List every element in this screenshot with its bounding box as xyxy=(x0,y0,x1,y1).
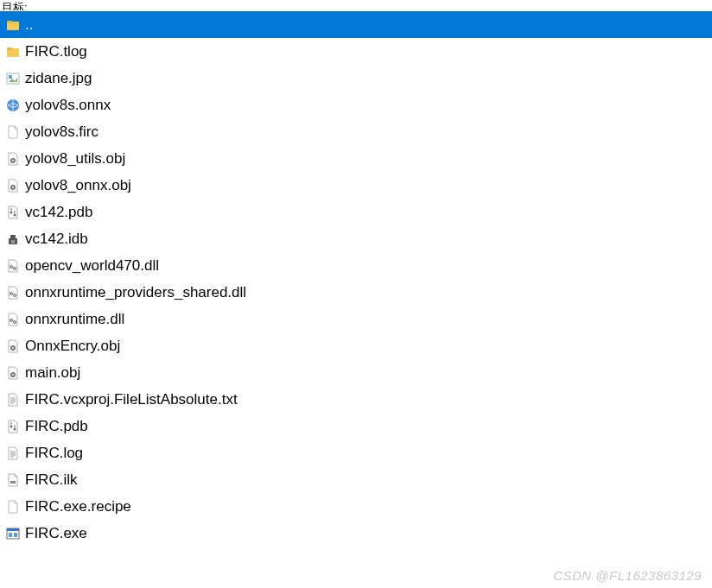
file-row[interactable]: main.obj xyxy=(0,359,712,386)
file-name: yolov8s.firc xyxy=(25,124,99,139)
file-name: OnnxEncry.obj xyxy=(25,338,120,353)
file-row[interactable]: FIRC.exe xyxy=(0,520,712,547)
dll-file-icon xyxy=(5,285,21,300)
file-name: zidane.jpg xyxy=(25,71,92,85)
file-row[interactable]: .. xyxy=(0,11,712,38)
txt-file-icon xyxy=(5,446,21,461)
blank-file-icon xyxy=(5,124,21,140)
file-row[interactable]: FIRC.log xyxy=(0,439,712,466)
file-row[interactable]: FIRC.vcxproj.FileListAbsolute.txt xyxy=(0,386,712,413)
file-row[interactable]: onnxruntime_providers_shared.dll xyxy=(0,279,712,306)
file-name: FIRC.log xyxy=(25,446,83,460)
header-label: 目标: xyxy=(0,0,712,10)
obj-file-icon xyxy=(5,151,21,167)
file-row[interactable]: zidane.jpg xyxy=(0,65,712,92)
pdb-file-icon xyxy=(5,419,21,434)
file-name: FIRC.ilk xyxy=(25,472,77,487)
file-name: onnxruntime_providers_shared.dll xyxy=(25,285,246,300)
file-row[interactable]: vc142.pdb xyxy=(0,199,712,225)
idb-file-icon xyxy=(5,231,21,247)
file-name: yolov8s.onnx xyxy=(25,98,111,112)
folder-up-icon xyxy=(5,17,21,33)
file-row[interactable]: opencv_world470.dll xyxy=(0,252,712,279)
file-name: FIRC.tlog xyxy=(25,44,87,59)
file-name: yolov8_utils.obj xyxy=(25,151,125,166)
file-row[interactable]: yolov8_onnx.obj xyxy=(0,172,712,199)
file-row[interactable]: vc142.idb xyxy=(0,225,712,252)
obj-file-icon xyxy=(5,365,21,381)
file-name: FIRC.vcxproj.FileListAbsolute.txt xyxy=(25,392,238,407)
dll-file-icon xyxy=(5,312,21,327)
txt-file-icon xyxy=(5,392,21,408)
file-row[interactable]: OnnxEncry.obj xyxy=(0,332,712,359)
file-row[interactable]: yolov8_utils.obj xyxy=(0,145,712,172)
globe-icon xyxy=(5,98,21,113)
file-name: opencv_world470.dll xyxy=(25,258,159,273)
file-name: onnxruntime.dll xyxy=(25,312,124,326)
ilk-file-icon xyxy=(5,472,21,488)
obj-file-icon xyxy=(5,338,21,354)
file-row[interactable]: yolov8s.onnx xyxy=(0,92,712,118)
file-name: FIRC.exe xyxy=(25,526,87,541)
watermark-text: CSDN @FL1623863129 xyxy=(553,568,702,583)
file-name: FIRC.exe.recipe xyxy=(25,499,131,514)
blank-file-icon xyxy=(5,499,21,515)
file-name: vc142.pdb xyxy=(25,205,92,219)
file-name: FIRC.pdb xyxy=(25,419,88,433)
file-name: yolov8_onnx.obj xyxy=(25,178,131,193)
dll-file-icon xyxy=(5,258,21,274)
image-icon xyxy=(5,71,21,86)
file-name: .. xyxy=(25,17,33,32)
file-row[interactable]: FIRC.pdb xyxy=(0,413,712,439)
file-row[interactable]: FIRC.tlog xyxy=(0,38,712,65)
file-row[interactable]: onnxruntime.dll xyxy=(0,306,712,332)
folder-icon xyxy=(5,44,21,60)
pdb-file-icon xyxy=(5,205,21,220)
file-list: ..FIRC.tlogzidane.jpgyolov8s.onnxyolov8s… xyxy=(0,10,712,547)
obj-file-icon xyxy=(5,178,21,193)
file-row[interactable]: yolov8s.firc xyxy=(0,118,712,145)
file-name: main.obj xyxy=(25,365,80,380)
file-row[interactable]: FIRC.ilk xyxy=(0,466,712,493)
file-row[interactable]: FIRC.exe.recipe xyxy=(0,493,712,520)
exe-file-icon xyxy=(5,526,21,541)
file-name: vc142.idb xyxy=(25,231,88,246)
